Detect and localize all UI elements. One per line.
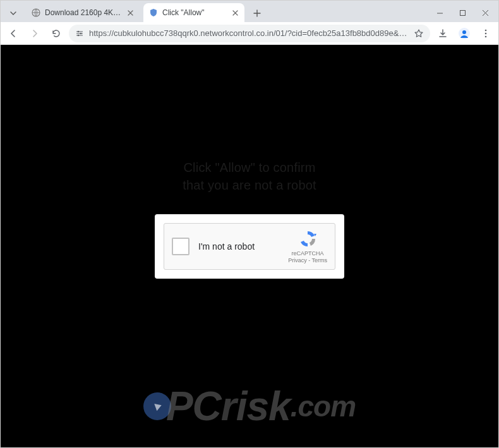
window-close-button[interactable] [474,4,496,21]
recaptcha-brand-text: reCAPTCHA [288,250,327,257]
tab-close-button[interactable] [231,8,239,17]
browser-menu-button[interactable] [477,25,495,42]
arrow-right-icon [30,28,40,39]
star-icon [414,28,424,39]
tab-active[interactable]: Click "Allow" [143,3,244,22]
maximize-icon [459,9,466,16]
tab-title: Click "Allow" [162,8,227,17]
svg-point-9 [485,35,487,37]
chevron-down-icon [9,9,17,17]
tab-strip: Download 2160p 4K YIFY Movi… Click "Allo… [1,1,498,22]
svg-point-7 [485,29,487,31]
recaptcha-icon [298,229,318,249]
url-text: https://cubkulohubcc738qqrk0.networkcont… [89,28,409,38]
svg-point-8 [485,32,487,34]
window-controls [429,3,498,22]
browser-window: Download 2160p 4K YIFY Movi… Click "Allo… [0,0,499,448]
watermark-dotcom: .com [291,389,356,423]
profile-button[interactable] [455,25,473,42]
prompt-line-2: that you are not a robot [1,176,498,194]
site-info-button[interactable] [75,29,84,38]
reload-icon [51,28,61,39]
prompt-line-1: Click "Allow" to confirm [1,159,498,176]
window-maximize-button[interactable] [452,4,473,21]
svg-point-4 [78,34,80,36]
captcha-card: I'm not a robot reCAPTCHA Privacy - Term… [155,214,344,279]
forward-button[interactable] [26,25,44,42]
globe-icon [31,8,41,18]
page-content: Click "Allow" to confirm that you are no… [1,45,498,447]
recaptcha-widget[interactable]: I'm not a robot reCAPTCHA Privacy - Term… [164,223,335,270]
recaptcha-checkbox[interactable] [172,238,189,255]
kebab-icon [481,28,491,39]
minimize-icon [436,9,443,16]
profile-icon [458,27,471,40]
close-icon [128,10,133,16]
close-icon [482,9,489,16]
prompt-text: Click "Allow" to confirm that you are no… [1,159,498,194]
svg-point-3 [80,32,82,34]
close-icon [232,10,238,16]
svg-rect-1 [460,10,465,15]
download-icon [438,28,448,39]
bookmark-button[interactable] [414,28,424,39]
plus-icon [253,9,261,17]
svg-point-6 [462,30,466,34]
svg-marker-10 [314,234,316,236]
recaptcha-label: I'm not a robot [198,241,279,251]
tune-icon [75,29,84,38]
watermark: PCrisk.com [13,383,486,430]
browser-toolbar: https://cubkulohubcc738qqrk0.networkcont… [1,22,498,45]
arrow-left-icon [8,28,18,39]
back-button[interactable] [4,25,22,42]
tabs-dropdown-button[interactable] [4,4,22,22]
tab-close-button[interactable] [126,8,135,17]
window-minimize-button[interactable] [429,4,450,21]
watermark-cursor-icon [143,392,171,420]
svg-point-2 [78,30,80,32]
reload-button[interactable] [47,25,65,42]
recaptcha-links[interactable]: Privacy - Terms [288,257,327,264]
watermark-text: PCrisk.com [166,383,356,430]
address-bar[interactable]: https://cubkulohubcc738qqrk0.networkcont… [69,25,430,42]
new-tab-button[interactable] [248,4,266,22]
shield-icon [148,8,159,18]
tab-inactive[interactable]: Download 2160p 4K YIFY Movi… [26,3,140,22]
recaptcha-branding: reCAPTCHA Privacy - Terms [288,229,327,264]
downloads-button[interactable] [434,25,452,42]
watermark-prefix: PC [166,383,221,430]
watermark-r: r [221,383,236,430]
tab-title: Download 2160p 4K YIFY Movi… [45,8,122,17]
watermark-suffix: isk [236,383,291,430]
